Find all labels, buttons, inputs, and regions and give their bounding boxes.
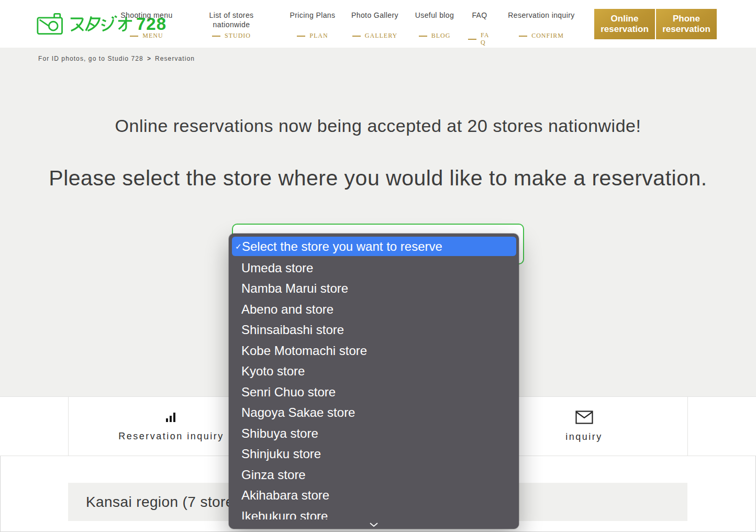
check-icon: ✓ — [235, 237, 242, 256]
option-senri-chuo[interactable]: Senri Chuo store — [229, 382, 519, 403]
option-shinsaibashi[interactable]: Shinsaibashi store — [229, 319, 519, 340]
online-reservation-button[interactable]: Online reservation — [594, 9, 655, 39]
nav-sub-dash — [519, 36, 527, 37]
envelope-icon — [575, 411, 593, 426]
option-umeda[interactable]: Umeda store — [229, 258, 519, 279]
nav-sub-dash — [297, 36, 305, 37]
nav-sub-label: GALLERY — [365, 32, 397, 40]
signal-bars-icon — [164, 411, 178, 426]
chevron-down-icon — [370, 519, 378, 529]
nav-sub-label: BLOG — [431, 32, 451, 40]
nav-sub-label: MENU — [142, 32, 163, 40]
camera-icon — [37, 12, 66, 36]
page-subtitle: Please select the store where you would … — [0, 166, 756, 191]
divider — [687, 397, 688, 456]
breadcrumb-home-link[interactable]: For ID photos, go to Studio 728 — [38, 55, 143, 62]
nav-item-label: Shooting menu — [107, 10, 186, 30]
option-kyoto[interactable]: Kyoto store — [229, 361, 519, 382]
option-placeholder[interactable]: ✓ Select the store you want to reserve — [232, 237, 516, 256]
nav-item-store-list[interactable]: List of stores nationwide STUDIO — [192, 10, 271, 40]
option-akihabara[interactable]: Akihabara store — [229, 485, 519, 506]
option-kobe-motomachi[interactable]: Kobe Motomachi store — [229, 340, 519, 361]
nav-sub-dash — [419, 36, 427, 37]
nav-item-faq[interactable]: FAQ FAQ — [459, 10, 501, 47]
cell-label: inquiry — [565, 431, 603, 442]
page: { "nav": { "logo": { "text": "スタジオ728", … — [0, 0, 756, 532]
option-namba-marui[interactable]: Namba Marui store — [229, 278, 519, 299]
header-buttons: Online reservation Phone reservation — [594, 9, 717, 39]
breadcrumb-current: Reservation — [155, 55, 195, 62]
nav-sub-dash — [130, 36, 138, 37]
nav-sub-label: FAQ — [481, 32, 491, 47]
option-shibuya[interactable]: Shibuya store — [229, 423, 519, 444]
nav-item-label: List of stores nationwide — [192, 10, 271, 30]
breadcrumb-separator: > — [147, 55, 151, 62]
option-ginza[interactable]: Ginza store — [229, 464, 519, 485]
nav-sub-label: PLAN — [309, 32, 328, 40]
store-select-dropdown: ✓ Select the store you want to reserve U… — [229, 234, 519, 529]
nav-item-reservation-inquiry[interactable]: Reservation inquiry CONFIRM — [502, 10, 581, 40]
option-shinjuku[interactable]: Shinjuku store — [229, 444, 519, 464]
nav-sub-label: CONFIRM — [531, 32, 564, 40]
nav-sub-dash — [468, 39, 476, 40]
header: 728 Shooting menu MENU List of stores na… — [0, 0, 756, 48]
phone-reservation-button[interactable]: Phone reservation — [656, 9, 717, 39]
page-title: Online reservations now being accepted a… — [0, 116, 756, 136]
nav-sub-dash — [352, 36, 361, 37]
nav-item-label: Reservation inquiry — [502, 10, 581, 30]
option-nagoya-sakae[interactable]: Nagoya Sakae store — [229, 402, 519, 423]
dropdown-scroll-more[interactable] — [229, 519, 519, 529]
breadcrumb: For ID photos, go to Studio 728>Reservat… — [38, 55, 195, 62]
cell-label: Reservation inquiry — [118, 431, 224, 442]
option-abeno-and[interactable]: Abeno and store — [229, 299, 519, 320]
nav-item-shooting-menu[interactable]: Shooting menu MENU — [107, 10, 186, 40]
nav-item-label: FAQ — [459, 10, 501, 30]
nav-sub-label: STUDIO — [225, 32, 251, 40]
nav-sub-dash — [212, 36, 220, 37]
